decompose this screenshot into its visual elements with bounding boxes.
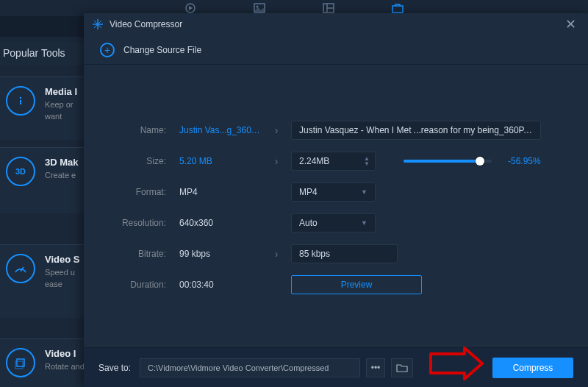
tool-card-rotate[interactable]: Video I Rotate and flip the video as you…: [0, 338, 84, 387]
label-resolution: Resolution:: [100, 218, 166, 228]
tool-title: Video S: [45, 254, 79, 265]
save-path-input[interactable]: C:\Vidmore\Vidmore Video Converter\Compr…: [140, 358, 360, 377]
output-name-value: Justin Vasquez - When I Met ...reason fo…: [299, 125, 533, 135]
more-options-button[interactable]: •••: [366, 358, 385, 377]
format-dropdown[interactable]: MP4 ▼: [291, 182, 376, 202]
label-name: Name:: [100, 125, 166, 135]
row-bitrate: Bitrate: 99 kbps › 85 kbps: [100, 238, 572, 269]
info-icon: [6, 86, 35, 116]
tool-desc: Create e: [45, 171, 79, 180]
change-source-file-button[interactable]: + Change Source File: [84, 35, 588, 65]
value-duration: 00:03:40: [166, 280, 262, 290]
value-resolution: 640x360: [166, 218, 262, 228]
chevron-right-icon: ›: [262, 248, 291, 260]
spinner-buttons[interactable]: ▲▼: [362, 156, 372, 166]
svg-point-8: [20, 97, 22, 99]
row-size: Size: 5.20 MB › 2.24MB ▲▼ -56.95%: [100, 146, 572, 177]
chevron-right-icon: ›: [262, 124, 291, 136]
label-size: Size:: [100, 156, 166, 166]
tool-card-speed[interactable]: Video S Speed u ease: [0, 244, 84, 318]
preview-label: Preview: [341, 280, 373, 290]
dialog-titlebar: Video Compressor ✕: [84, 13, 588, 35]
resolution-dropdown[interactable]: Auto ▼: [291, 213, 376, 232]
format-selected: MP4: [299, 187, 318, 197]
tool-card-media[interactable]: Media I Keep or want: [0, 77, 84, 140]
popular-tools-heading: Popular Tools: [0, 42, 84, 65]
three-d-icon: 3D: [6, 157, 35, 186]
compress-button[interactable]: Compress: [492, 358, 573, 378]
value-bitrate: 99 kbps: [166, 249, 262, 259]
chevron-down-icon: ▼: [361, 188, 368, 196]
tool-desc: ease: [45, 280, 79, 288]
output-size-value: 2.24MB: [299, 156, 329, 166]
row-resolution: Resolution: 640x360 › Auto ▼: [100, 207, 572, 238]
slider-thumb[interactable]: [476, 157, 484, 166]
row-format: Format: MP4 › MP4 ▼: [100, 177, 572, 207]
value-format: MP4: [166, 187, 262, 197]
tool-desc: want: [45, 112, 78, 121]
chevron-right-icon: ›: [262, 155, 291, 167]
open-folder-button[interactable]: [391, 358, 413, 377]
tool-title: Video I: [45, 348, 84, 359]
label-bitrate: Bitrate:: [100, 249, 166, 259]
form-area: Name: Justin Vas...g_360P.mp4 › Justin V…: [84, 87, 588, 300]
plus-circle-icon: +: [100, 43, 115, 57]
tool-desc: Rotate and flip the video as you live: [45, 362, 84, 371]
close-icon[interactable]: ✕: [562, 18, 579, 31]
tool-card-3d[interactable]: 3D 3D Mak Create e: [0, 147, 84, 213]
compress-label: Compress: [513, 363, 553, 373]
output-bitrate-value: 85 kbps: [299, 249, 330, 259]
dialog-footer: Save to: C:\Vidmore\Vidmore Video Conver…: [84, 347, 588, 387]
save-to-label: Save to:: [98, 363, 131, 373]
output-name-input[interactable]: Justin Vasquez - When I Met ...reason fo…: [291, 121, 541, 140]
folder-icon: [396, 363, 408, 372]
value-name: Justin Vas...g_360P.mp4: [166, 125, 262, 135]
svg-marker-1: [189, 6, 193, 10]
rotate-icon: [6, 348, 35, 377]
preview-button[interactable]: Preview: [291, 275, 422, 294]
output-bitrate-input[interactable]: 85 kbps: [291, 244, 398, 263]
save-path-value: C:\Vidmore\Vidmore Video Converter\Compr…: [148, 363, 329, 372]
tool-desc: Speed u: [45, 268, 79, 277]
output-size-spinner[interactable]: 2.24MB ▲▼: [291, 152, 376, 171]
dialog-title: Video Compressor: [110, 19, 182, 29]
tool-title: Media I: [45, 86, 78, 97]
resolution-selected: Auto: [299, 218, 318, 228]
chevron-down-icon: ▼: [361, 219, 368, 227]
tool-desc: Keep or: [45, 100, 78, 109]
video-compressor-dialog: Video Compressor ✕ + Change Source File …: [84, 13, 588, 387]
tool-title: 3D Mak: [45, 157, 79, 168]
label-duration: Duration:: [100, 280, 166, 290]
value-size: 5.20 MB: [166, 156, 262, 166]
label-format: Format:: [100, 187, 166, 197]
size-slider[interactable]: [404, 160, 492, 163]
svg-rect-9: [20, 100, 21, 104]
row-duration: Duration: 00:03:40 › Preview: [100, 269, 572, 300]
gauge-icon: [6, 254, 35, 283]
row-name: Name: Justin Vas...g_360P.mp4 › Justin V…: [100, 115, 572, 146]
change-source-label: Change Source File: [123, 45, 201, 55]
app-icon: [93, 19, 103, 29]
size-percent: -56.95%: [508, 156, 541, 166]
svg-rect-7: [392, 6, 403, 13]
